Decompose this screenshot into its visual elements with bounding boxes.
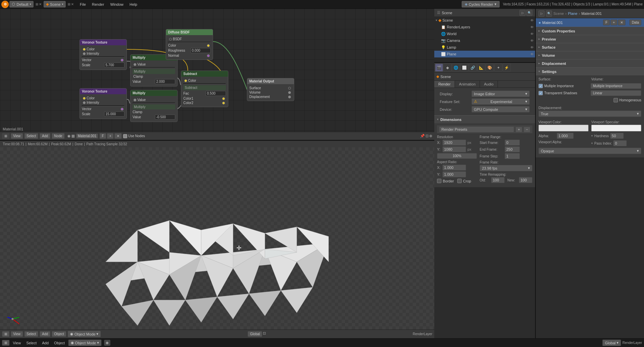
- render-presets-dropdown[interactable]: Render Presets: [439, 126, 514, 132]
- node-voronoi2[interactable]: Voronoi Texture Color Intensity Vector: [79, 88, 127, 119]
- custom-props-header[interactable]: Custom Properties: [536, 27, 644, 35]
- aspect-y-input[interactable]: [442, 171, 466, 177]
- scene-tab-data[interactable]: 📐: [477, 64, 485, 72]
- bottom-add[interactable]: Add: [40, 340, 51, 346]
- alpha-input[interactable]: [557, 133, 574, 139]
- outliner-item-world[interactable]: 🌐 World 👁: [434, 30, 535, 37]
- scene-tab-material[interactable]: 🎨: [486, 64, 494, 72]
- outliner-item-camera[interactable]: 📷 Camera 👁: [434, 37, 535, 44]
- node-view-icon[interactable]: ⊞: [2, 133, 9, 139]
- menu-help[interactable]: Help: [127, 2, 140, 7]
- lamp-eye[interactable]: 👁: [530, 46, 534, 49]
- node-layout-icon[interactable]: ⊡: [426, 134, 429, 138]
- bottom-select[interactable]: Select: [24, 340, 39, 346]
- node-select-menu[interactable]: Select: [24, 133, 39, 139]
- view-btn[interactable]: ▷: [520, 10, 526, 16]
- scene-expand-icon[interactable]: ⊞: [68, 2, 70, 6]
- screen-close-icon[interactable]: ✕: [39, 2, 42, 6]
- node-editor-icon2[interactable]: ▦: [71, 134, 75, 138]
- node-node-menu[interactable]: Node: [52, 133, 65, 139]
- viewport-add-menu[interactable]: Add: [40, 331, 50, 337]
- viewport-select-menu[interactable]: Select: [24, 331, 39, 337]
- node-subtract[interactable]: Subtract Color Subtract Fac: [181, 71, 228, 107]
- viewport-specular-swatch[interactable]: [591, 125, 641, 131]
- dimensions-header[interactable]: Dimensions: [434, 115, 535, 123]
- scene-tab-particles[interactable]: ✦: [494, 64, 502, 72]
- res-x-input[interactable]: [442, 140, 466, 146]
- end-frame-input[interactable]: [505, 146, 520, 152]
- world-eye[interactable]: 👁: [530, 32, 534, 36]
- hardness-input[interactable]: [610, 133, 624, 139]
- outliner-item-plane[interactable]: ⬜ Plane 👁: [434, 51, 535, 57]
- homogeneous-checkbox[interactable]: [614, 98, 618, 102]
- border-checkbox[interactable]: [437, 179, 441, 183]
- scene-tab-render[interactable]: 🎬: [435, 64, 443, 72]
- scene-tab-object[interactable]: ⬜: [460, 64, 468, 72]
- frame-step-input[interactable]: [505, 153, 520, 159]
- viewport-bottom-icon[interactable]: ⊞: [2, 340, 9, 346]
- scene-tab-constraints[interactable]: 🔗: [469, 64, 477, 72]
- menu-render[interactable]: Render: [89, 2, 107, 7]
- displacement-dropdown[interactable]: True: [538, 110, 641, 117]
- node-add-menu[interactable]: Add: [40, 133, 50, 139]
- start-frame-input[interactable]: [505, 140, 520, 146]
- device-dropdown[interactable]: GPU Compute: [472, 106, 530, 113]
- scene-close-icon[interactable]: ✕: [71, 2, 74, 6]
- bottom-view[interactable]: View: [11, 340, 23, 346]
- node-voronoi1[interactable]: Voronoi Texture Color Intensity Vector: [79, 39, 127, 70]
- multiply1-value-input[interactable]: [155, 79, 175, 84]
- voronoi1-scale-input[interactable]: [104, 63, 124, 68]
- menu-file[interactable]: File: [77, 2, 89, 7]
- scene-tab-physics[interactable]: ⚡: [503, 64, 511, 72]
- viewport-layer-icon[interactable]: ⊡: [263, 331, 266, 337]
- mat-f-btn[interactable]: F: [603, 20, 610, 25]
- plane-eye[interactable]: 👁: [530, 52, 534, 56]
- outliner-item-lamp[interactable]: 💡 Lamp 👁: [434, 44, 535, 51]
- preview-header[interactable]: Preview: [536, 35, 644, 43]
- material-selector[interactable]: Material.001: [76, 133, 98, 139]
- bottom-object[interactable]: Object: [52, 340, 67, 346]
- time-new-input[interactable]: [519, 177, 532, 183]
- frame-rate-dropdown[interactable]: 23.98 fps: [480, 165, 532, 171]
- volume-value[interactable]: Multiple Importance: [591, 83, 641, 89]
- surface-mi-checkbox[interactable]: [538, 84, 543, 88]
- material-del-btn[interactable]: ✕: [114, 133, 122, 139]
- outliner-item-scene[interactable]: ▾ ◆ Scene 👁: [434, 17, 535, 24]
- mat-add-btn[interactable]: +: [611, 20, 617, 25]
- mat-data-btn[interactable]: Data: [629, 20, 641, 25]
- linear-value[interactable]: Linear: [591, 90, 641, 96]
- presets-add[interactable]: +: [515, 127, 522, 132]
- scene-tab-world[interactable]: 🌐: [452, 64, 460, 72]
- layer-icon[interactable]: ◉: [104, 340, 110, 346]
- search-btn-mat[interactable]: 🔍: [546, 10, 552, 17]
- displacement-header[interactable]: Displacement: [536, 59, 644, 67]
- material-add-btn[interactable]: +: [107, 133, 114, 139]
- presets-del[interactable]: −: [524, 127, 530, 132]
- viewport-view-menu[interactable]: View: [11, 331, 23, 337]
- feature-dropdown[interactable]: ⚠ Experimental: [472, 98, 530, 105]
- crop-checkbox[interactable]: [457, 179, 462, 183]
- transparent-shadows-checkbox[interactable]: [538, 91, 543, 95]
- screen-selector[interactable]: ⬡ Default: [9, 1, 33, 7]
- mat-del-btn[interactable]: ✕: [618, 20, 625, 25]
- viewport-color-swatch[interactable]: [538, 125, 589, 131]
- tab-animation[interactable]: Animation: [455, 81, 480, 88]
- time-old-input[interactable]: [491, 177, 505, 183]
- outliner-item-renderlayers[interactable]: 📋 RenderLayers 👁: [434, 24, 535, 30]
- display-dropdown[interactable]: Image Editor: [472, 91, 530, 97]
- scene-selector[interactable]: ◆ Scene: [44, 1, 66, 7]
- search-btn[interactable]: 🔍: [526, 10, 532, 16]
- scene-tab-scene[interactable]: ◆: [443, 64, 452, 72]
- mode-selector[interactable]: ◉ Object Mode: [68, 331, 101, 337]
- camera-eye[interactable]: 👁: [530, 39, 534, 43]
- render-engine-selector[interactable]: ◈ Cycles Render: [462, 1, 500, 7]
- node-editor-icon1[interactable]: ◉: [67, 134, 71, 138]
- node-zoom-icon[interactable]: ⊕: [429, 134, 432, 138]
- multiply2-value-input[interactable]: [155, 115, 175, 120]
- bottom-mode-selector[interactable]: ◉ Object Mode: [68, 340, 101, 346]
- rl-eye[interactable]: 👁: [530, 25, 534, 29]
- menu-window[interactable]: Window: [108, 2, 126, 7]
- node-view-menu[interactable]: View: [11, 133, 23, 139]
- surface-header[interactable]: Surface: [536, 43, 644, 51]
- viewport-object-menu[interactable]: Object: [52, 331, 66, 337]
